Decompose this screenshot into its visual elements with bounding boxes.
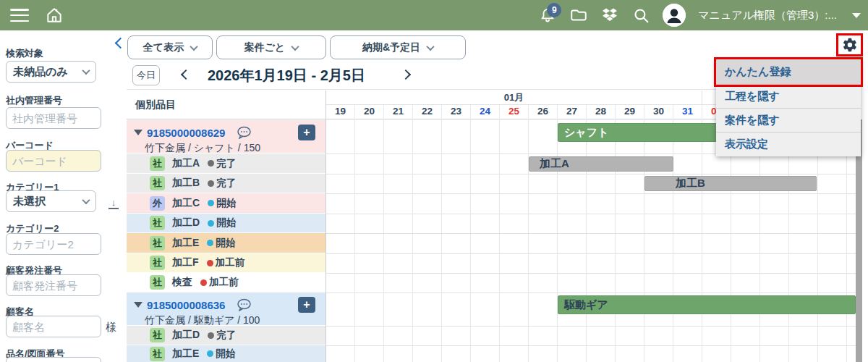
task-name: 加工C (172, 197, 200, 210)
menu-item-easy-register[interactable]: かんたん登録 (716, 59, 861, 85)
search-target-select[interactable]: 未納品のみ (6, 61, 96, 83)
gear-icon (842, 37, 858, 53)
external-badge: 外 (150, 196, 165, 211)
chevron-down-icon (426, 42, 434, 50)
task-status: 完了 (216, 329, 236, 342)
internal-badge: 社 (150, 156, 165, 171)
day-cell: 19 (326, 105, 355, 119)
settings-gear-annotated[interactable] (836, 33, 863, 56)
filter-label: 案件ごと (244, 41, 286, 54)
status-dot-started (208, 220, 214, 227)
search-target-value: 未納品のみ (13, 65, 68, 79)
internal-badge: 社 (150, 216, 165, 230)
topbar: 9 (0, 0, 868, 30)
settings-dropdown-menu: かんたん登録 工程を隠す 案件を隠す 表示設定 (716, 59, 861, 156)
task-name: 加工A (172, 157, 200, 170)
task-name: 加工B (172, 177, 200, 190)
day-cell: 27 (558, 105, 587, 119)
next-period-chevron-icon[interactable] (401, 70, 411, 80)
barcode-input[interactable] (6, 150, 101, 172)
task-status: 開始 (216, 197, 236, 210)
download-to-line-icon[interactable]: ↓ (109, 198, 119, 209)
status-dot-done (208, 180, 214, 187)
task-status: 開始 (216, 216, 236, 230)
collapse-triangle-icon[interactable] (134, 302, 142, 308)
task-row[interactable]: 社 加工B 完了 (127, 174, 326, 193)
dropbox-icon[interactable] (600, 6, 619, 25)
caret-down-icon[interactable] (852, 13, 861, 18)
day-cell: 24 (471, 105, 500, 119)
day-cell: 22 (413, 105, 442, 119)
task-status: 開始 (216, 348, 235, 361)
home-icon[interactable] (45, 6, 64, 25)
task-status: 加工前 (216, 256, 245, 269)
item-id-link[interactable]: 9185000008636 (147, 299, 225, 311)
chevron-down-icon (82, 67, 90, 75)
category1-select[interactable]: 未選択 (6, 190, 96, 212)
task-row[interactable]: 社 加工E 開始 (127, 345, 326, 362)
gantt-bar-process-b[interactable]: 加工B (644, 176, 817, 191)
task-status: 完了 (216, 177, 236, 190)
internal-badge: 社 (150, 256, 165, 270)
task-row[interactable]: 社 加工A 完了 (127, 153, 326, 174)
task-row[interactable]: 社 加工E 開始 (127, 233, 326, 253)
status-dot-done (208, 332, 214, 339)
day-cell: 30 (644, 105, 673, 119)
customer-order-input[interactable] (6, 274, 101, 296)
day-cell: 29 (616, 105, 644, 119)
internal-number-label: 社内管理番号 (6, 94, 62, 107)
day-cell: 20 (355, 105, 384, 119)
add-process-button[interactable]: + (298, 297, 315, 313)
customer-name-suffix: 様 (106, 321, 116, 334)
task-status: 加工前 (209, 276, 239, 289)
status-dot-started (208, 200, 214, 206)
task-row[interactable]: 社 加工D 完了 (127, 326, 326, 345)
search-icon[interactable] (631, 6, 650, 25)
filter-by-project[interactable]: 案件ごと (216, 35, 326, 59)
bar-label: 駆動ギア (564, 298, 608, 312)
customer-name-input[interactable] (6, 316, 101, 337)
day-cell: 21 (384, 105, 413, 119)
gantt-bar-process-a[interactable]: 加工A (529, 156, 673, 172)
bar-label: 加工A (540, 157, 569, 171)
avatar[interactable] (663, 4, 686, 27)
chevron-down-icon (292, 42, 299, 50)
user-role-label[interactable]: マニュアル権限（管理3）:... (698, 9, 837, 22)
item-name-input[interactable] (6, 357, 101, 362)
add-process-button[interactable]: + (298, 125, 315, 140)
task-name: 加工E (172, 237, 199, 250)
task-row[interactable]: 社 加工F 加工前 (127, 253, 326, 273)
today-button[interactable]: 今日 (132, 65, 160, 85)
status-dot-started (207, 350, 213, 357)
filter-display-all[interactable]: 全て表示 (127, 35, 213, 59)
internal-number-input[interactable] (6, 107, 101, 129)
task-row[interactable]: 外 加工C 開始 (127, 193, 326, 214)
comment-icon[interactable] (237, 298, 252, 311)
gantt-bar-drive-gear[interactable]: 駆動ギア (558, 295, 856, 314)
menu-item-display-settings[interactable]: 表示設定 (716, 132, 861, 156)
item-row-header: 9185000008629 + 竹下金属 / シャフト / 150 (127, 120, 326, 153)
bell-icon[interactable]: 9 (538, 6, 557, 25)
folder-icon[interactable] (569, 6, 588, 25)
notification-badge: 9 (547, 3, 561, 17)
prev-period-chevron-icon[interactable] (181, 70, 191, 80)
day-cell: 26 (529, 105, 558, 119)
collapse-triangle-icon[interactable] (134, 130, 142, 135)
filter-label: 納期&予定日 (362, 41, 420, 54)
task-row[interactable]: 社 検査 加工前 (127, 273, 326, 292)
task-row[interactable]: 社 加工D 開始 (127, 214, 326, 233)
task-name: 加工D (172, 329, 200, 342)
task-name: 加工F (172, 256, 199, 269)
gantt-column-header: 個別品目 (127, 90, 326, 119)
item-id-link[interactable]: 9185000008629 (147, 127, 225, 139)
category2-input[interactable] (6, 233, 101, 255)
comment-icon[interactable] (237, 126, 252, 139)
menu-item-hide-project[interactable]: 案件を隠す (716, 109, 861, 132)
day-cell: 23 (442, 105, 471, 119)
day-cell: 28 (587, 105, 616, 119)
day-cell: 25 (500, 105, 529, 119)
menu-item-hide-process[interactable]: 工程を隠す (716, 85, 861, 109)
filter-due-date[interactable]: 納期&予定日 (330, 35, 466, 59)
internal-badge: 社 (150, 275, 165, 290)
menu-icon[interactable] (10, 9, 29, 22)
